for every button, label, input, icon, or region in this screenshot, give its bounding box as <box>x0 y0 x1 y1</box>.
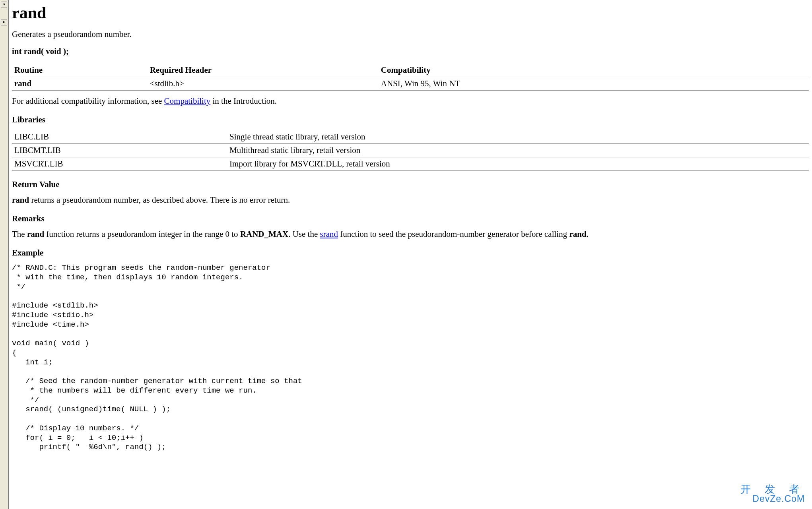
return-bold: rand <box>12 195 29 205</box>
remarks-t2: function returns a pseudorandom integer … <box>44 229 240 239</box>
compat-note: For additional compatibility information… <box>12 96 809 106</box>
cell-required-header: <stdlib.h> <box>148 77 379 91</box>
example-code-block: /* RAND.C: This program seeds the random… <box>12 263 809 452</box>
table-row: LIBCMT.LIB Multithread static library, r… <box>12 144 809 157</box>
srand-link[interactable]: srand <box>320 229 338 239</box>
remarks-t5: . <box>587 229 589 239</box>
page-title: rand <box>12 3 809 22</box>
return-paragraph: rand returns a pseudorandom number, as d… <box>12 195 809 205</box>
compat-col-routine: Routine <box>12 64 148 77</box>
example-heading: Example <box>12 248 809 258</box>
table-row: LIBC.LIB Single thread static library, r… <box>12 130 809 144</box>
return-heading: Return Value <box>12 180 809 190</box>
compat-col-header: Required Header <box>148 64 379 77</box>
lib-desc: Multithread static library, retail versi… <box>227 144 809 157</box>
remarks-b3: rand <box>569 229 586 239</box>
rail-expand-button[interactable]: ▸ <box>1 19 7 25</box>
remarks-t4: function to seed the pseudorandom-number… <box>338 229 569 239</box>
splitter-rail: ▾ ▸ <box>0 0 9 509</box>
libraries-heading: Libraries <box>12 115 809 125</box>
remarks-paragraph: The rand function returns a pseudorandom… <box>12 229 809 239</box>
table-row: MSVCRT.LIB Import library for MSVCRT.DLL… <box>12 157 809 171</box>
lib-name: LIBCMT.LIB <box>12 144 227 157</box>
cell-compatibility: ANSI, Win 95, Win NT <box>379 77 809 91</box>
remarks-b2: RAND_MAX <box>240 229 288 239</box>
compatibility-link[interactable]: Compatibility <box>164 96 211 106</box>
remarks-heading: Remarks <box>12 214 809 224</box>
summary-text: Generates a pseudorandom number. <box>12 29 809 39</box>
compat-table: Routine Required Header Compatibility ra… <box>12 64 809 91</box>
lib-name: MSVCRT.LIB <box>12 157 227 171</box>
rail-dropdown-button[interactable]: ▾ <box>1 2 7 8</box>
remarks-t1: The <box>12 229 27 239</box>
lib-desc: Import library for MSVCRT.DLL, retail ve… <box>227 157 809 171</box>
remarks-b1: rand <box>27 229 44 239</box>
remarks-t3: . Use the <box>288 229 320 239</box>
compat-note-prefix: For additional compatibility information… <box>12 96 164 106</box>
lib-name: LIBC.LIB <box>12 130 227 144</box>
lib-desc: Single thread static library, retail ver… <box>227 130 809 144</box>
libraries-table: LIBC.LIB Single thread static library, r… <box>12 130 809 171</box>
compat-col-compat: Compatibility <box>379 64 809 77</box>
compat-note-suffix: in the Introduction. <box>210 96 277 106</box>
return-rest: returns a pseudorandom number, as descri… <box>29 195 290 205</box>
content-pane: rand Generates a pseudorandom number. in… <box>9 0 812 509</box>
function-signature: int rand( void ); <box>12 46 809 56</box>
cell-routine: rand <box>12 77 148 91</box>
table-row: rand <stdlib.h> ANSI, Win 95, Win NT <box>12 77 809 91</box>
